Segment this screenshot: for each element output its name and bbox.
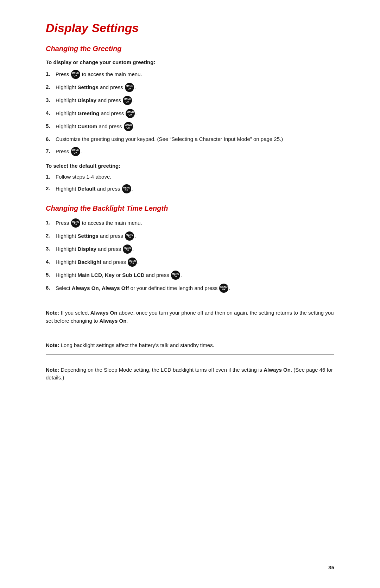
step-number: 3. <box>46 96 56 104</box>
note-label-2: Note: <box>46 342 59 348</box>
menu-ok-icon: MENUOK <box>71 147 80 156</box>
menu-ok-icon: MENUOK <box>122 184 131 193</box>
step-content: Press MENUOK. <box>56 147 334 156</box>
step-content: Highlight Main LCD, Key or Sub LCD and p… <box>56 271 334 280</box>
menu-ok-icon: MENUOK <box>128 258 137 267</box>
step-number: 6. <box>46 284 56 292</box>
step-content: Follow steps 1-4 above. <box>56 173 334 181</box>
list-item: 4. Highlight Greeting and press MENUOK. <box>46 109 334 118</box>
list-item: 4. Highlight Backlight and press MENUOK. <box>46 258 334 267</box>
step-number: 7. <box>46 147 56 155</box>
step-number: 6. <box>46 135 56 143</box>
step-content: Highlight Display and press MENUOK. <box>56 96 334 105</box>
section-title-greeting: Changing the Greeting <box>46 45 334 53</box>
note-box-2: Note: Long backlight settings affect the… <box>46 336 334 355</box>
list-item: 1. Press MENUOK to access the main menu. <box>46 70 334 79</box>
step-number: 1. <box>46 219 56 227</box>
note-box-3: Note: Depending on the Sleep Mode settin… <box>46 361 334 387</box>
list-item: 1. Follow steps 1-4 above. <box>46 173 334 181</box>
menu-ok-icon: MENUOK <box>126 109 135 118</box>
step-number: 1. <box>46 70 56 78</box>
note-box-1: Note: If you select Always On above, onc… <box>46 304 334 330</box>
list-item: 2. Highlight Default and press MENUOK. <box>46 185 334 194</box>
list-item: 2. Highlight Settings and press MENUOK. <box>46 83 334 92</box>
list-item: 6. Customize the greeting using your key… <box>46 135 334 143</box>
menu-ok-icon: MENUOK <box>219 284 228 293</box>
list-item: 2. Highlight Settings and press MENUOK. <box>46 232 334 241</box>
list-item: 3. Highlight Display and press MENUOK. <box>46 245 334 254</box>
menu-ok-icon: MENUOK <box>171 271 180 280</box>
step-content: Highlight Backlight and press MENUOK. <box>56 258 334 267</box>
greeting-secondary-steps-list: 1. Follow steps 1-4 above. 2. Highlight … <box>46 173 334 194</box>
list-item: 3. Highlight Display and press MENUOK. <box>46 96 334 105</box>
menu-ok-icon: MENUOK <box>71 218 80 228</box>
backlight-steps-list: 1. Press MENUOK to access the main menu.… <box>46 219 334 293</box>
step-content: Press MENUOK to access the main menu. <box>56 219 334 228</box>
step-number: 3. <box>46 245 56 253</box>
list-item: 5. Highlight Custom and press MENUOK. <box>46 122 334 131</box>
secondary-label-greeting: To select the default greeting: <box>46 163 334 169</box>
step-content: Highlight Settings and press MENUOK. <box>56 83 334 92</box>
page-number: 35 <box>328 564 334 570</box>
menu-ok-icon: MENUOK <box>123 96 132 105</box>
list-item: 5. Highlight Main LCD, Key or Sub LCD an… <box>46 271 334 280</box>
step-content: Highlight Default and press MENUOK. <box>56 185 334 194</box>
step-content: Highlight Settings and press MENUOK. <box>56 232 334 241</box>
step-content: Highlight Custom and press MENUOK. <box>56 122 334 131</box>
menu-ok-icon: MENUOK <box>125 231 134 241</box>
list-item: 1. Press MENUOK to access the main menu. <box>46 219 334 228</box>
step-content: Select Always On, Always Off or your def… <box>56 284 334 293</box>
list-item: 6. Select Always On, Always Off or your … <box>46 284 334 293</box>
step-content: Customize the greeting using your keypad… <box>56 135 334 143</box>
step-number: 2. <box>46 185 56 193</box>
step-content: Press MENUOK to access the main menu. <box>56 70 334 79</box>
menu-ok-icon: MENUOK <box>123 245 132 254</box>
step-number: 4. <box>46 109 56 117</box>
section-changing-backlight: Changing the Backlight Time Length 1. Pr… <box>46 204 334 293</box>
step-content: Highlight Greeting and press MENUOK. <box>56 109 334 118</box>
note-label-1: Note: <box>46 310 59 316</box>
step-number: 1. <box>46 173 56 181</box>
step-number: 2. <box>46 83 56 91</box>
step-content: Highlight Display and press MENUOK. <box>56 245 334 254</box>
menu-ok-icon: MENUOK <box>124 122 133 131</box>
section-title-backlight: Changing the Backlight Time Length <box>46 204 334 212</box>
list-item: 7. Press MENUOK. <box>46 147 334 156</box>
page-title: Display Settings <box>46 21 334 35</box>
instruction-label-greeting: To display or change your custom greetin… <box>46 59 334 65</box>
menu-ok-icon: MENUOK <box>71 70 80 79</box>
note-label-3: Note: <box>46 367 59 373</box>
step-number: 2. <box>46 232 56 240</box>
greeting-steps-list: 1. Press MENUOK to access the main menu.… <box>46 70 334 156</box>
menu-ok-icon: MENUOK <box>125 83 134 92</box>
step-number: 4. <box>46 258 56 266</box>
step-number: 5. <box>46 271 56 279</box>
step-number: 5. <box>46 122 56 130</box>
section-changing-greeting: Changing the Greeting To display or chan… <box>46 45 334 194</box>
